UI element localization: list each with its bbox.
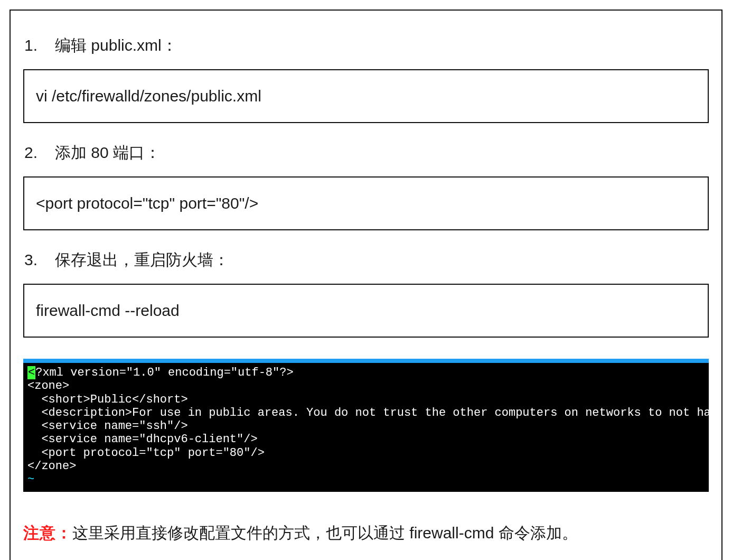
terminal-content: <?xml version="1.0" encoding="utf-8"?> <…	[23, 363, 709, 492]
terminal-line: <port protocol="tcp" port="80"/>	[27, 446, 265, 460]
step-2-heading: 2. 添加 80 端口：	[24, 139, 709, 166]
note-text: 这里采用直接修改配置文件的方式，也可以通过 firewall-cmd 命令添加。	[72, 524, 578, 542]
step-number: 1.	[24, 32, 38, 59]
step-text: 编辑 public.xml：	[55, 32, 177, 59]
code-block-firewall-reload: firewall-cmd --reload	[23, 284, 709, 338]
step-number: 3.	[24, 246, 38, 273]
terminal-line: <zone>	[27, 379, 69, 393]
document-frame: 1. 编辑 public.xml： vi /etc/firewalld/zone…	[10, 10, 722, 560]
terminal-screenshot: <?xml version="1.0" encoding="utf-8"?> <…	[23, 359, 709, 492]
step-text: 保存退出，重启防火墙：	[55, 246, 229, 273]
terminal-titlebar	[23, 359, 709, 363]
code-block-add-port-80: <port protocol="tcp" port="80"/>	[23, 176, 709, 230]
terminal-tilde: ~	[27, 473, 34, 486]
code-block-edit-public-xml: vi /etc/firewalld/zones/public.xml	[23, 69, 709, 123]
terminal-line: <short>Public</short>	[27, 393, 188, 406]
step-3-heading: 3. 保存退出，重启防火墙：	[24, 246, 709, 273]
terminal-line: <description>For use in public areas. Yo…	[27, 406, 709, 419]
step-number: 2.	[24, 139, 38, 166]
terminal-line: </zone>	[27, 460, 76, 473]
terminal-line: <service name="ssh"/>	[27, 419, 188, 433]
note-label: 注意：	[23, 524, 72, 542]
terminal-line: ?xml version="1.0" encoding="utf-8"?>	[35, 366, 293, 379]
step-1-heading: 1. 编辑 public.xml：	[24, 32, 709, 59]
note-paragraph: 注意：这里采用直接修改配置文件的方式，也可以通过 firewall-cmd 命令…	[23, 520, 709, 546]
terminal-line: <service name="dhcpv6-client"/>	[27, 433, 258, 446]
step-text: 添加 80 端口：	[55, 139, 161, 166]
terminal-cursor: <	[27, 366, 35, 379]
